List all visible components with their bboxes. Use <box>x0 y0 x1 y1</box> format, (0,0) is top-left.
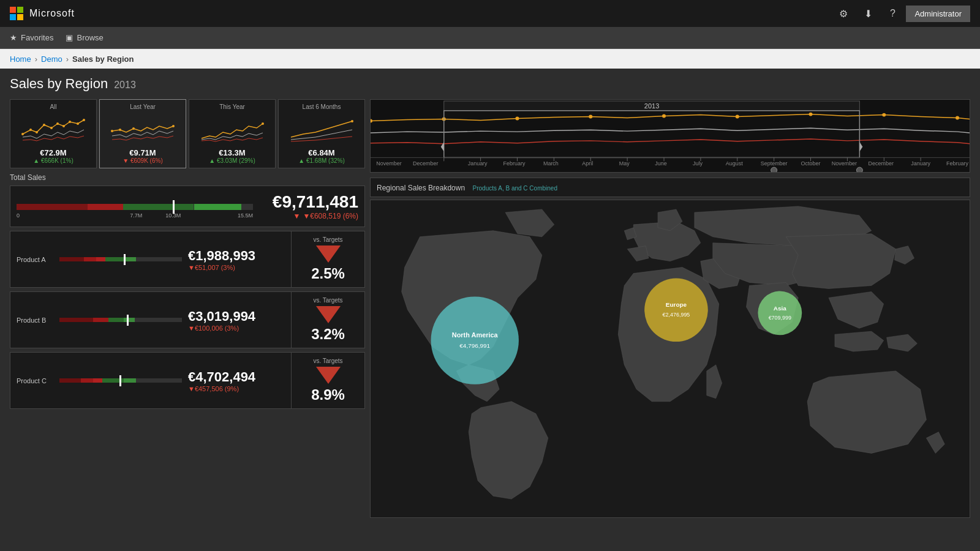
svg-text:December: December <box>869 160 894 167</box>
svg-text:€4,796,991: €4,796,991 <box>459 342 490 349</box>
svg-text:Europe: Europe <box>666 301 687 308</box>
svg-point-1 <box>29 129 32 131</box>
svg-point-7 <box>69 121 71 123</box>
kpi-value-all: €72.9M <box>15 148 91 157</box>
regional-subtitle: Products A, B and C Combined <box>473 185 557 192</box>
svg-text:June: June <box>655 160 667 167</box>
product-a-target-pct: 2.5% <box>311 265 345 282</box>
total-sales-value: €9,711,481 <box>260 192 358 212</box>
help-button[interactable]: ? <box>881 2 903 24</box>
svg-point-63 <box>856 167 862 172</box>
svg-text:July: July <box>693 160 703 167</box>
kpi-label-last-year: Last Year <box>105 103 181 110</box>
logo-text: Microsoft <box>29 8 75 19</box>
product-a-target-arrow <box>316 246 341 263</box>
breadcrumb-home[interactable]: Home <box>10 54 31 64</box>
product-c-target-pct: 8.9% <box>311 386 345 403</box>
kpi-card-this-year[interactable]: This Year €13.3M ▲ €3.03M (29%) <box>189 99 276 168</box>
total-sales-chart-area: 0 7.7M 10.3M 15.5M <box>17 194 253 219</box>
svg-point-62 <box>771 167 777 172</box>
svg-text:May: May <box>619 160 630 167</box>
kpi-card-last-6-months[interactable]: Last 6 Months €6.84M ▲ €1.68M (32%) <box>278 99 365 168</box>
kpi-card-last-year[interactable]: Last Year €9.71M ▼ €609K (6%) <box>99 99 186 168</box>
svg-point-3 <box>43 124 45 126</box>
kpi-label-last-6-months: Last 6 Months <box>284 103 360 110</box>
total-sales-change: ▼ ▼€608,519 (6%) <box>260 212 358 220</box>
svg-text:2013: 2013 <box>644 102 659 110</box>
product-b-value-area: €3,019,994 ▼€100,006 (3%) <box>188 309 285 332</box>
product-a-value: €1,988,993 <box>188 248 285 264</box>
svg-text:February: February <box>946 160 968 167</box>
right-panel: 2013 <box>370 99 970 518</box>
svg-point-6 <box>62 125 65 127</box>
browse-label: Browse <box>77 33 103 42</box>
favorites-link[interactable]: ★ Favorites <box>10 33 53 42</box>
product-b-chart <box>59 311 182 329</box>
product-a-change: ▼€51,007 (3%) <box>188 264 285 271</box>
breadcrumb-demo[interactable]: Demo <box>41 54 62 64</box>
svg-point-24 <box>736 115 739 119</box>
product-b-target-label: vs. Targets <box>313 297 342 304</box>
svg-point-22 <box>589 115 592 119</box>
product-c-value: €4,702,494 <box>188 369 285 385</box>
total-sales-label: Total Sales <box>10 173 365 182</box>
svg-point-27 <box>956 116 959 120</box>
product-c-change: ▼€457,506 (9%) <box>188 385 285 392</box>
timeline-chart[interactable]: 2013 <box>370 99 970 173</box>
settings-button[interactable]: ⚙ <box>832 2 854 24</box>
svg-point-21 <box>516 117 519 121</box>
svg-point-71 <box>758 291 802 335</box>
page-year: 2013 <box>114 80 136 91</box>
kpi-change-last-year: ▼ €609K (6%) <box>105 157 181 164</box>
page-title-area: Sales by Region 2013 <box>10 76 970 92</box>
svg-text:October: October <box>801 160 821 167</box>
svg-point-2 <box>36 131 38 133</box>
svg-point-8 <box>77 122 79 125</box>
product-c-row: Product C <box>10 352 365 409</box>
world-map-svg: North America €4,796,991 Europe €2,476,9… <box>371 200 970 517</box>
logo-red <box>10 7 16 13</box>
kpi-card-all[interactable]: All <box>10 99 97 168</box>
svg-point-9 <box>83 119 85 121</box>
svg-point-68 <box>644 279 708 342</box>
dashboard: All <box>10 99 970 518</box>
svg-point-13 <box>172 125 175 127</box>
browse-link[interactable]: ▣ Browse <box>66 33 103 42</box>
product-c-target-label: vs. Targets <box>313 358 342 364</box>
svg-text:March: March <box>543 160 559 167</box>
kpi-label-this-year: This Year <box>194 103 270 110</box>
admin-button[interactable]: Administrator <box>906 6 970 22</box>
download-button[interactable]: ⬇ <box>857 2 879 24</box>
timeline-svg: 2013 <box>371 100 970 172</box>
product-a-target: vs. Targets 2.5% <box>292 231 365 288</box>
product-b-label: Product B <box>17 317 53 324</box>
product-b-main: Product B €3,019, <box>10 291 292 348</box>
svg-text:September: September <box>761 160 788 167</box>
kpi-chart-all <box>15 113 91 143</box>
svg-text:April: April <box>582 160 593 167</box>
breadcrumb: Home › Demo › Sales by Region <box>0 49 980 69</box>
total-sales-value-area: €9,711,481 ▼ ▼€608,519 (6%) <box>260 192 358 220</box>
svg-text:€2,476,995: €2,476,995 <box>663 312 690 318</box>
kpi-label-all: All <box>15 103 91 110</box>
down-arrow-icon: ▼ <box>293 212 301 220</box>
svg-point-15 <box>351 120 353 122</box>
logo-area: Microsoft <box>10 7 75 20</box>
logo-yellow <box>17 14 23 20</box>
bullet-label-10m: 10.3M <box>165 212 181 219</box>
left-panel: All <box>10 99 365 518</box>
product-b-target-pct: 3.2% <box>311 326 345 343</box>
page-title-text: Sales by Region <box>10 76 108 92</box>
svg-text:Asia: Asia <box>774 305 786 312</box>
breadcrumb-current: Sales by Region <box>72 54 134 64</box>
bullet-label-7m: 7.7M <box>130 212 142 219</box>
svg-point-26 <box>882 113 886 117</box>
kpi-row: All <box>10 99 365 168</box>
svg-point-0 <box>21 133 24 135</box>
total-sales-bullet-chart: 0 7.7M 10.3M 15.5M <box>17 194 253 219</box>
microsoft-logo <box>10 7 23 20</box>
svg-point-10 <box>111 130 113 132</box>
svg-point-25 <box>809 113 813 116</box>
product-c-target-arrow <box>316 367 341 384</box>
svg-text:January: January <box>468 160 488 167</box>
